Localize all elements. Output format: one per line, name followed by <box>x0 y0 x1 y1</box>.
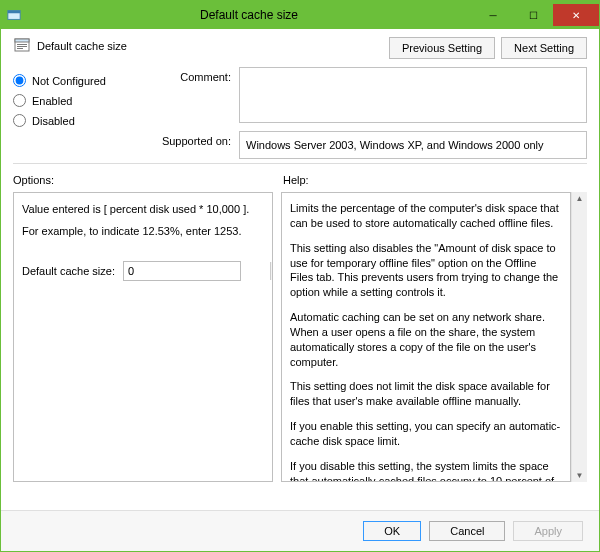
next-setting-button[interactable]: Next Setting <box>501 37 587 59</box>
options-heading: Options: <box>13 174 283 186</box>
ok-button[interactable]: OK <box>363 521 421 541</box>
radio-disabled-label: Disabled <box>32 115 75 127</box>
previous-setting-button[interactable]: Previous Setting <box>389 37 495 59</box>
radio-enabled-input[interactable] <box>13 94 26 107</box>
help-heading: Help: <box>283 174 309 186</box>
radio-enabled-label: Enabled <box>32 95 72 107</box>
close-button[interactable]: ✕ <box>553 4 599 26</box>
svg-rect-5 <box>17 46 27 47</box>
radio-not-configured-input[interactable] <box>13 74 26 87</box>
window-title: Default cache size <box>25 8 473 22</box>
svg-rect-4 <box>17 44 27 45</box>
titlebar[interactable]: Default cache size ─ ☐ ✕ <box>1 1 599 29</box>
divider <box>13 163 587 164</box>
help-paragraph: Limits the percentage of the computer's … <box>290 201 562 231</box>
spinner-label: Default cache size: <box>22 265 115 277</box>
options-line-2: For example, to indicate 12.53%, enter 1… <box>22 225 264 237</box>
scroll-down-icon[interactable]: ▼ <box>576 471 584 480</box>
policy-editor-window: Default cache size ─ ☐ ✕ Default cache s… <box>0 0 600 552</box>
maximize-button[interactable]: ☐ <box>513 4 553 26</box>
radio-not-configured[interactable]: Not Configured <box>13 74 141 87</box>
cancel-button[interactable]: Cancel <box>429 521 505 541</box>
radio-disabled-input[interactable] <box>13 114 26 127</box>
help-paragraph: If you enable this setting, you can spec… <box>290 419 562 449</box>
supported-on-label: Supported on: <box>153 131 231 147</box>
supported-on-value: Windows Server 2003, Windows XP, and Win… <box>239 131 587 159</box>
radio-enabled[interactable]: Enabled <box>13 94 141 107</box>
radio-not-configured-label: Not Configured <box>32 75 106 87</box>
dialog-footer: OK Cancel Apply <box>1 510 599 551</box>
help-paragraph: This setting also disables the "Amount o… <box>290 241 562 300</box>
spinner-up-icon[interactable]: ▲ <box>271 262 273 271</box>
app-icon <box>7 8 21 22</box>
radio-disabled[interactable]: Disabled <box>13 114 141 127</box>
policy-icon <box>13 37 31 55</box>
default-cache-size-input[interactable] <box>124 265 270 277</box>
comment-label: Comment: <box>153 67 231 83</box>
help-paragraph: If you disable this setting, the system … <box>290 459 562 482</box>
help-pane[interactable]: Limits the percentage of the computer's … <box>281 192 571 482</box>
policy-title: Default cache size <box>37 40 127 52</box>
spinner-down-icon[interactable]: ▼ <box>271 271 273 280</box>
svg-rect-3 <box>15 39 29 42</box>
options-pane: Value entered is [ percent disk used * 1… <box>13 192 273 482</box>
svg-rect-6 <box>17 48 23 49</box>
minimize-button[interactable]: ─ <box>473 4 513 26</box>
default-cache-size-spinner[interactable]: ▲ ▼ <box>123 261 241 281</box>
outer-scrollbar[interactable]: ▲ ▼ <box>571 192 587 482</box>
help-paragraph: Automatic caching can be set on any netw… <box>290 310 562 369</box>
comment-textarea[interactable] <box>239 67 587 123</box>
options-line-1: Value entered is [ percent disk used * 1… <box>22 203 264 215</box>
apply-button: Apply <box>513 521 583 541</box>
help-paragraph: This setting does not limit the disk spa… <box>290 379 562 409</box>
scroll-up-icon[interactable]: ▲ <box>576 194 584 203</box>
svg-rect-1 <box>8 11 20 14</box>
